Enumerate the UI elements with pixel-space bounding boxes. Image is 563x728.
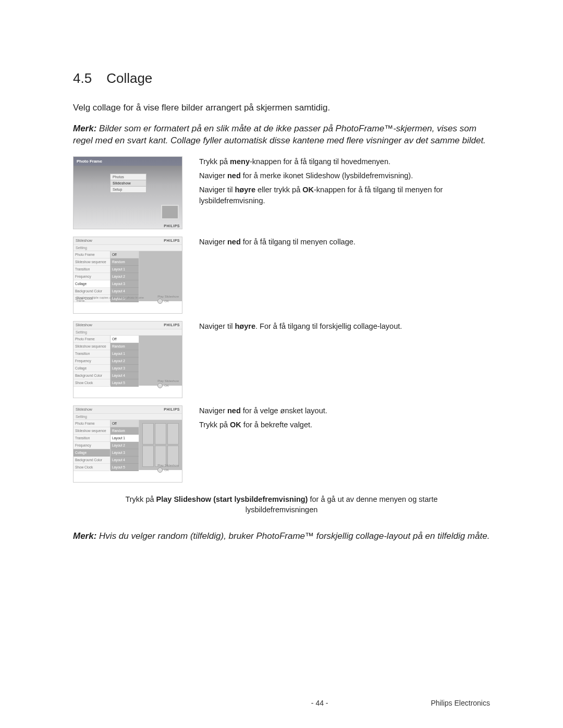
step-2-text: Naviger ned for å få tilgang til menyen … <box>199 237 490 321</box>
screenshot-layout-list: SlideshowPHILIPS Setting Photo Frame Sli… <box>73 321 182 398</box>
shot1-title: Photo Frame <box>74 157 182 166</box>
note-text: Bilder som er formatert på en slik måte … <box>73 124 486 145</box>
center-note: Trykk på Play Slideshow (start lysbildef… <box>104 494 459 515</box>
footer-company: Philips Electronics <box>431 699 490 707</box>
screenshot-collage-menu: SlideshowPHILIPS Setting Photo Frame Sli… <box>73 237 182 314</box>
note-2: Merk: Hvis du velger random (tilfeldig),… <box>73 530 490 542</box>
manual-page: 4.5Collage Velg collage for å vise flere… <box>0 0 563 728</box>
screenshot-layout-preview: SlideshowPHILIPS Setting Photo Frame Sli… <box>73 405 182 483</box>
steps-table: Photo Frame Photos Slideshow Setup PHILI… <box>73 156 490 490</box>
intro-paragraph: Velg collage for å vise flere bilder arr… <box>73 102 490 114</box>
shot1-item-slideshow: Slideshow <box>110 180 146 187</box>
page-footer: - 44 - Philips Electronics <box>0 699 563 707</box>
note-1: Merk: Bilder som er formatert på en slik… <box>73 123 490 147</box>
collage-layout-preview <box>142 423 179 467</box>
shot1-item-photos: Photos <box>110 174 146 180</box>
step-1-text: Trykk på meny-knappen for å få tilgang t… <box>199 156 490 237</box>
note-text-2: Hvis du velger random (tilfeldig), bruke… <box>99 531 489 541</box>
section-heading: 4.5Collage <box>73 70 490 87</box>
note-label: Merk: <box>73 124 96 133</box>
screenshot-main-menu: Photo Frame Photos Slideshow Setup PHILI… <box>73 156 182 229</box>
thumbnail-icon <box>161 205 179 219</box>
section-title: Collage <box>106 70 152 86</box>
step-3-text: Naviger til høyre. For å få tilgang til … <box>199 321 490 405</box>
section-number: 4.5 <box>73 70 92 87</box>
page-number: - 44 - <box>311 699 328 707</box>
brand-label: PHILIPS <box>164 224 180 228</box>
shot1-item-setup: Setup <box>110 187 146 193</box>
step-4-text: Naviger ned for å velge ønsket layout. T… <box>199 405 490 490</box>
note-label-2: Merk: <box>73 531 96 541</box>
